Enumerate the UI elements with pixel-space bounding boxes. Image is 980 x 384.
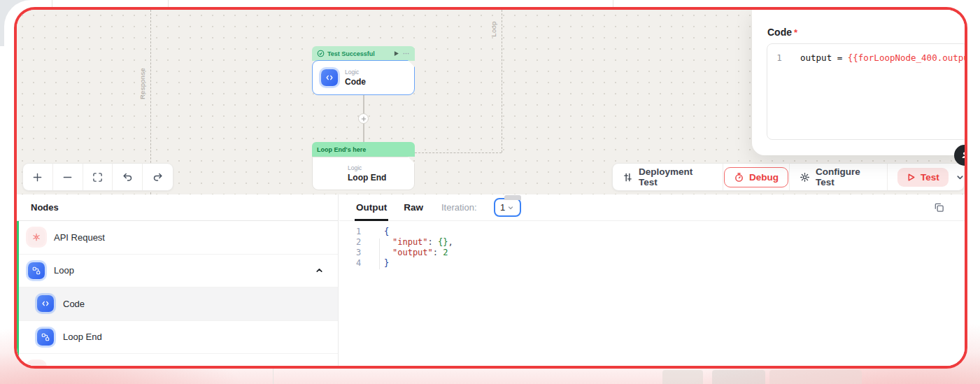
loop-region-label: Loop bbox=[490, 8, 497, 50]
editor-line-number: 1 bbox=[767, 52, 791, 63]
copy-icon[interactable] bbox=[933, 201, 945, 213]
panel-resize-handle[interactable] bbox=[504, 195, 521, 200]
deployment-test-label: Deployment Test bbox=[639, 166, 713, 187]
check-circle-icon bbox=[317, 50, 325, 57]
debug-button-segment: Debug bbox=[723, 164, 790, 190]
test-button[interactable]: Test bbox=[897, 168, 949, 187]
test-successful-badge: Test Successful bbox=[312, 46, 415, 61]
play-icon bbox=[907, 173, 916, 182]
debug-label: Debug bbox=[749, 172, 779, 183]
template-expression: {{forLoopNode_400.output.curr bbox=[848, 52, 967, 63]
node-row-label: Code bbox=[63, 299, 85, 309]
node-row[interactable]: API Response bbox=[17, 354, 338, 366]
test-status-text: Test Successful bbox=[327, 50, 375, 57]
iteration-value: 1 bbox=[500, 202, 505, 213]
code-field-editor[interactable]: 1 output = {{forLoopNode_400.output.curr bbox=[767, 43, 967, 140]
node-category: Logic bbox=[345, 69, 366, 76]
node-menu-icon[interactable] bbox=[402, 50, 410, 57]
stopwatch-icon bbox=[734, 172, 744, 183]
chevron-down-icon[interactable] bbox=[956, 173, 965, 182]
node-row[interactable]: API Request bbox=[17, 221, 338, 255]
code-icon bbox=[321, 69, 338, 86]
loop-end-badge-text: Loop End's here bbox=[317, 146, 366, 153]
test-button-segment: Test bbox=[888, 164, 965, 190]
loop-icon bbox=[28, 262, 45, 279]
loop-end-node[interactable]: Logic Loop End bbox=[312, 157, 415, 190]
zoom-out-button[interactable] bbox=[53, 164, 83, 190]
required-marker: * bbox=[794, 27, 797, 38]
node-title: Loop End bbox=[348, 173, 386, 183]
nodes-sidebar: Nodes API Request Loop Code Loop End API… bbox=[17, 194, 339, 366]
run-node-icon[interactable] bbox=[393, 50, 399, 57]
app-frame: Response Loop Test Successful bbox=[14, 7, 967, 369]
api-icon bbox=[28, 362, 45, 366]
nodes-list: API Request Loop Code Loop End API Respo… bbox=[17, 221, 338, 366]
background-divider bbox=[273, 369, 274, 384]
execution-success-bar bbox=[17, 221, 19, 366]
node-row-label: Loop End bbox=[63, 332, 102, 342]
loop-icon bbox=[37, 329, 54, 346]
node-row-label: API Response bbox=[54, 365, 112, 366]
background-divider bbox=[613, 0, 613, 7]
output-panel: Output Raw Iteration: 1 1{2"input": {},3… bbox=[339, 194, 965, 366]
test-toolbar: Deployment Test Debug Configure Test Tes… bbox=[612, 163, 965, 191]
gear-icon bbox=[800, 172, 810, 183]
add-node-button[interactable] bbox=[358, 113, 369, 124]
loop-end-badge: Loop End's here bbox=[312, 142, 415, 157]
node-row-label: Loop bbox=[54, 265, 74, 276]
chevron-up-icon[interactable] bbox=[315, 266, 324, 275]
background-divider bbox=[168, 0, 169, 7]
chevron-down-icon bbox=[507, 204, 514, 211]
code-text: output = bbox=[800, 52, 848, 63]
background-chip bbox=[712, 370, 765, 384]
nodes-panel-title: Nodes bbox=[17, 194, 338, 221]
fit-view-icon[interactable] bbox=[83, 164, 113, 190]
code-icon bbox=[37, 295, 54, 312]
canvas-toolbar bbox=[22, 163, 173, 191]
code-field-title: Code* bbox=[767, 27, 797, 38]
debug-button[interactable]: Debug bbox=[724, 167, 788, 187]
undo-icon[interactable] bbox=[113, 164, 143, 190]
node-row[interactable]: Code bbox=[17, 287, 338, 321]
code-node[interactable]: Logic Code bbox=[312, 60, 415, 95]
test-label: Test bbox=[921, 172, 939, 183]
node-row[interactable]: Loop End bbox=[17, 321, 338, 355]
background-chip bbox=[662, 370, 703, 384]
code-config-panel: Code* 1 output = {{forLoopNode_400.outpu… bbox=[752, 10, 965, 155]
deployment-test-button[interactable]: Deployment Test bbox=[613, 164, 723, 190]
iteration-select[interactable]: 1 bbox=[494, 198, 521, 217]
output-json-viewer[interactable]: 1{2"input": {},3"output": 24} bbox=[339, 221, 965, 269]
node-row-label: API Request bbox=[54, 232, 105, 243]
background-divider bbox=[52, 0, 52, 7]
iteration-label: Iteration: bbox=[441, 202, 477, 213]
response-region-label: Response bbox=[139, 59, 146, 108]
node-category: Logic bbox=[348, 164, 386, 171]
configure-test-button[interactable]: Configure Test bbox=[790, 164, 888, 190]
json-line: 3"output": 2 bbox=[339, 248, 965, 258]
background-chip bbox=[769, 370, 862, 384]
tab-raw[interactable]: Raw bbox=[404, 194, 423, 220]
api-icon bbox=[28, 229, 45, 246]
node-row[interactable]: Loop bbox=[17, 255, 338, 288]
zoom-in-button[interactable] bbox=[23, 164, 53, 190]
tab-output[interactable]: Output bbox=[356, 194, 387, 220]
loop-region-boundary bbox=[502, 10, 502, 152]
json-line: 1{ bbox=[339, 227, 965, 237]
sliders-icon bbox=[623, 172, 633, 183]
indent-guide bbox=[379, 239, 380, 269]
json-line: 4} bbox=[339, 258, 965, 269]
node-title: Code bbox=[345, 77, 366, 87]
redo-icon[interactable] bbox=[143, 164, 173, 190]
output-tabs-row: Output Raw Iteration: 1 bbox=[339, 194, 965, 221]
loop-region-boundary-bottom bbox=[415, 152, 502, 153]
json-line: 2"input": {}, bbox=[339, 237, 965, 248]
configure-test-label: Configure Test bbox=[816, 166, 877, 187]
